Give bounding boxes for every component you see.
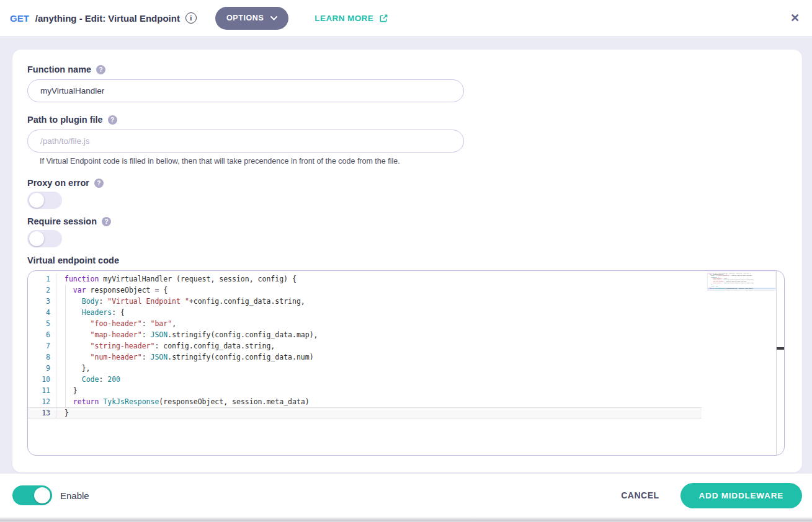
code-line-text: "num-header": JSON.stringify(config.conf… (56, 352, 314, 363)
require-session-label: Require session ? (27, 216, 785, 226)
close-icon[interactable]: ✕ (790, 12, 800, 24)
require-session-label-text: Require session (27, 216, 97, 226)
line-number: 10 (28, 374, 56, 385)
help-icon[interactable]: ? (108, 115, 117, 125)
code-line[interactable]: 2 var responseObject = { (28, 285, 784, 296)
code-editor-label: Virtual endpoint code (27, 255, 785, 265)
code-line[interactable]: 7 "string-header": config.config_data.st… (28, 340, 784, 352)
bottom-shadow (0, 517, 812, 522)
code-line[interactable]: 5 "foo-header": "bar", (28, 318, 784, 329)
line-number: 11 (28, 385, 56, 396)
proxy-on-error-toggle[interactable] (27, 192, 62, 209)
add-middleware-button[interactable]: ADD MIDDLEWARE (680, 483, 802, 508)
content-card: Function name ? Path to plugin file ? If… (12, 50, 802, 472)
scrollbar-track[interactable] (776, 271, 784, 455)
plugin-path-label: Path to plugin file ? (27, 115, 785, 125)
learn-more-label: LEARN MORE (315, 14, 373, 23)
code-line-text: Body: "Virtual Endpoint "+config.config_… (56, 296, 305, 307)
line-number: 2 (28, 285, 56, 296)
learn-more-link[interactable]: LEARN MORE (315, 14, 388, 23)
line-number: 7 (28, 340, 56, 352)
code-line[interactable]: 8 "num-header": JSON.stringify(config.co… (28, 352, 784, 363)
line-number: 4 (28, 307, 56, 318)
function-name-input[interactable] (27, 79, 464, 102)
minimap-content: function myVirtualHandler (request, sess… (708, 272, 776, 291)
code-line[interactable]: 4 Headers: { (28, 307, 784, 318)
line-number: 3 (28, 296, 56, 307)
code-line-text: Headers: { (56, 307, 125, 318)
virtual-endpoint-editor: GET /anything - Edit: Virtual Endpoint i… (0, 0, 812, 522)
line-number: 13 (28, 407, 56, 418)
line-number: 1 (28, 273, 56, 285)
options-button[interactable]: OPTIONS (215, 7, 288, 30)
cancel-button[interactable]: CANCEL (621, 490, 659, 500)
code-line[interactable]: 6 "map-header": JSON.stringify(config.co… (28, 329, 784, 340)
line-number: 12 (28, 396, 56, 407)
code-lines[interactable]: 1function myVirtualHandler (request, ses… (28, 271, 784, 455)
code-line[interactable]: 3 Body: "Virtual Endpoint "+config.confi… (28, 296, 784, 307)
plugin-path-helper: If Virtual Endpoint code is filled in be… (40, 157, 785, 166)
help-icon[interactable]: ? (94, 179, 104, 188)
enable-toggle[interactable] (12, 485, 52, 505)
code-line-text: return TykJsResponse(responseObject, ses… (56, 396, 310, 407)
help-icon[interactable]: ? (96, 65, 105, 74)
function-name-label: Function name ? (27, 64, 785, 74)
method-badge: GET (10, 13, 29, 24)
code-line[interactable]: 12 return TykJsResponse(responseObject, … (28, 396, 784, 407)
top-bar: GET /anything - Edit: Virtual Endpoint i… (0, 0, 812, 37)
plugin-path-input[interactable] (27, 130, 464, 153)
code-line-text: var responseObject = { (56, 285, 167, 296)
options-button-label: OPTIONS (226, 14, 264, 22)
scrollbar-marker[interactable] (777, 347, 784, 350)
toggle-knob (29, 193, 44, 208)
code-line-text: "foo-header": "bar", (56, 318, 176, 329)
code-editor-label-text: Virtual endpoint code (27, 255, 119, 265)
proxy-on-error-label: Proxy on error ? (27, 178, 785, 188)
code-line-text: "string-header": config.config_data.stri… (56, 340, 275, 352)
footer-bar: Enable CANCEL ADD MIDDLEWARE (0, 474, 812, 517)
toggle-knob (34, 487, 50, 503)
help-icon[interactable]: ? (102, 217, 111, 226)
code-line[interactable]: 1function myVirtualHandler (request, ses… (28, 273, 784, 285)
toggle-knob (29, 231, 44, 246)
code-line-text: }, (56, 363, 91, 374)
enable-label: Enable (60, 490, 89, 501)
plugin-path-label-text: Path to plugin file (27, 115, 103, 125)
line-number: 6 (28, 329, 56, 340)
code-line[interactable]: 10 Code: 200 (28, 374, 784, 385)
code-line-text: function myVirtualHandler (request, sess… (56, 273, 297, 285)
info-icon[interactable]: i (185, 12, 197, 24)
require-session-toggle[interactable] (27, 230, 62, 247)
code-line-text: } (56, 385, 78, 396)
minimap[interactable]: function myVirtualHandler (request, sess… (707, 272, 776, 291)
code-editor[interactable]: 1function myVirtualHandler (request, ses… (27, 270, 785, 456)
main-area: Function name ? Path to plugin file ? If… (0, 37, 812, 474)
indent-guide (65, 285, 66, 407)
proxy-on-error-label-text: Proxy on error (27, 178, 89, 188)
code-line-text: } (56, 407, 69, 418)
code-line[interactable]: 9 }, (28, 363, 784, 374)
line-number: 5 (28, 318, 56, 329)
code-line-text: Code: 200 (56, 374, 120, 385)
line-number: 9 (28, 363, 56, 374)
code-line[interactable]: 11 } (28, 385, 784, 396)
code-line-text: "map-header": JSON.stringify(config.conf… (56, 329, 318, 340)
minimap-line: } (708, 290, 776, 291)
endpoint-title: /anything - Edit: Virtual Endpoint (35, 13, 180, 24)
external-link-icon (379, 14, 388, 23)
function-name-label-text: Function name (27, 64, 91, 74)
line-number: 8 (28, 352, 56, 363)
code-line[interactable]: 13} (28, 407, 702, 418)
chevron-down-icon (270, 16, 277, 20)
